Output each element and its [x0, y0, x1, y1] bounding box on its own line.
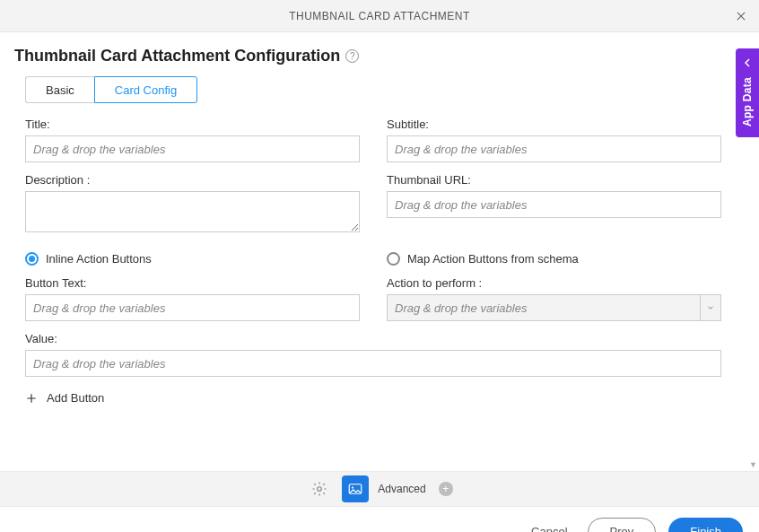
- close-icon: [735, 10, 747, 22]
- field-action: Action to perform :: [387, 276, 721, 321]
- add-button-label: Add Button: [47, 391, 104, 405]
- subtitle-input[interactable]: [387, 135, 721, 162]
- field-title: Title:: [25, 118, 360, 162]
- help-icon[interactable]: ?: [345, 49, 359, 63]
- page-title: Thumbnail Card Attachment Configuration: [14, 47, 340, 65]
- field-description: Description :: [25, 173, 360, 232]
- radio-map-row[interactable]: Map Action Buttons from schema: [387, 252, 721, 266]
- title-input[interactable]: [25, 135, 360, 162]
- button-text-label: Button Text:: [25, 276, 360, 290]
- finish-button[interactable]: Finish: [668, 518, 743, 533]
- action-input[interactable]: [387, 294, 700, 321]
- field-thumbnail-url: Thumbnail URL:: [387, 173, 721, 232]
- advanced-add-button[interactable]: +: [439, 482, 453, 496]
- page-title-row: Thumbnail Card Attachment Configuration …: [0, 32, 759, 76]
- config-panel: Basic Card Config Title: Subtitle: Descr…: [0, 76, 746, 471]
- tab-bar: Basic Card Config: [25, 76, 721, 103]
- modal-title: THUMBNAIL CARD ATTACHMENT: [289, 10, 470, 22]
- thumbnail-url-input[interactable]: [387, 191, 721, 218]
- footer: Cancel Prev Finish: [0, 507, 759, 532]
- modal-header: THUMBNAIL CARD ATTACHMENT: [0, 0, 759, 32]
- app-data-drawer[interactable]: App Data: [736, 48, 759, 137]
- radio-inline-label: Inline Action Buttons: [46, 252, 152, 266]
- field-value: Value:: [25, 332, 721, 377]
- subtitle-label: Subtitle:: [387, 118, 721, 131]
- value-label: Value:: [25, 332, 721, 345]
- radio-map-label: Map Action Buttons from schema: [407, 252, 579, 266]
- description-label: Description :: [25, 173, 360, 187]
- add-button-row[interactable]: Add Button: [25, 391, 721, 405]
- advanced-label: Advanced: [378, 483, 425, 495]
- scroll-down-icon[interactable]: ▼: [749, 460, 757, 469]
- gear-icon: [311, 481, 327, 497]
- tab-basic[interactable]: Basic: [25, 76, 94, 103]
- svg-point-2: [352, 486, 353, 488]
- card-view-button[interactable]: [342, 475, 369, 502]
- prev-button[interactable]: Prev: [588, 518, 657, 533]
- radio-inline-row[interactable]: Inline Action Buttons: [25, 252, 360, 266]
- close-button[interactable]: [732, 7, 750, 25]
- bottom-toolbar: Advanced +: [0, 471, 759, 507]
- title-label: Title:: [25, 118, 360, 131]
- action-label: Action to perform :: [387, 276, 721, 290]
- field-button-text: Button Text:: [25, 276, 360, 321]
- action-select[interactable]: [387, 294, 721, 321]
- chevron-down-icon[interactable]: [700, 294, 721, 321]
- field-subtitle: Subtitle:: [387, 118, 721, 162]
- app-data-label: App Data: [741, 77, 754, 126]
- value-input[interactable]: [25, 350, 721, 377]
- plus-icon: [25, 392, 38, 405]
- settings-button[interactable]: [306, 475, 333, 502]
- radio-map[interactable]: [387, 252, 400, 266]
- svg-point-0: [318, 487, 322, 492]
- thumbnail-url-label: Thumbnail URL:: [387, 173, 721, 187]
- tab-card-config[interactable]: Card Config: [94, 76, 197, 103]
- chevron-left-icon: [740, 56, 755, 70]
- image-icon: [347, 481, 363, 497]
- radio-inline[interactable]: [25, 252, 39, 266]
- cancel-button[interactable]: Cancel: [524, 525, 574, 532]
- button-text-input[interactable]: [25, 294, 360, 321]
- description-input[interactable]: [25, 191, 360, 232]
